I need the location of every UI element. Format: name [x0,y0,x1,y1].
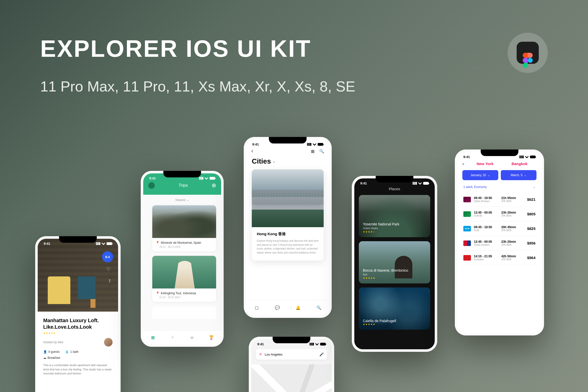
tab-bar: ▦ ✈ ◉ 🏆 [143,330,221,344]
airline-logo [463,197,471,202]
trip-location: Kelingking Tour, Indonesia [161,291,196,295]
search-tab-icon[interactable]: 🔍 [317,306,321,310]
flight-row[interactable]: 12:45 - 00:05China Eastern23h 20minJFK-B… [462,236,537,251]
hero-title: EXPLORER IOS UI KIT [40,35,311,62]
city-blurb: Explore Hong Kong holidays and discover … [257,239,319,255]
search-icon[interactable]: 🔍 [319,149,324,154]
page-heading[interactable]: Cities⌄ [246,156,329,169]
from-city[interactable]: New York [477,162,494,166]
phone-cities: 9:41 ‹ ▦ 🔍 Cities⌄ Hong Kong 香港 Explore … [244,137,332,318]
rating-badge[interactable]: 8.4 [102,251,113,262]
phone-flights: 9:41 ‹ New York Bangkok January, 20⌄ Mar… [455,150,544,335]
return-date-picker[interactable]: March, 5⌄ [501,170,537,180]
airline-logo [463,211,471,217]
host-label: Hosted by Alex [43,340,63,344]
place-stars: ★★★★★ [363,323,426,326]
figma-icon [517,42,539,64]
place-tile[interactable]: Calella de Palafrugell ★★★★★ [359,287,430,330]
trip-card[interactable]: 📍Monestir de Montserrat, Spain 23.11 - 3… [152,205,216,251]
search-input[interactable] [265,353,316,356]
favorite-icon[interactable]: ♡ [107,266,111,272]
back-icon[interactable]: ‹ [251,148,253,154]
airline-logo [463,255,471,261]
flight-price: $805 [522,212,535,216]
breakfast-fact: ☁Breakfast [43,356,113,360]
home-tab-icon[interactable]: ▢ [254,306,259,310]
rating-stars: ★★★★★ [43,332,113,334]
chevron-down-icon: ⌄ [524,173,526,177]
plane-tab-icon[interactable]: ✈ [170,335,175,340]
flight-price: $621 [522,197,535,202]
flight-row[interactable]: 09:45 - 18:50Qatar Airways21h 05minJFK-B… [462,192,537,207]
menu-icon[interactable]: ≡ [259,352,262,357]
map-view[interactable] [251,364,332,392]
trip-card-peek[interactable] [152,306,216,319]
search-bar[interactable]: ≡ 🎤 [256,349,327,360]
map-icon[interactable]: ▦ [311,149,315,154]
phone-trips: 9:41 Trips ⊕ Newest ⌄ 2018 📍Monestir de … [141,171,224,347]
chevron-down-icon: ⌄ [533,185,535,189]
phone-places-dark: 9:41 Places Yosemite National Park Unite… [352,176,437,352]
person-icon: 👤 [43,350,47,354]
trip-card[interactable]: 📍Kelingking Tour, Indonesia 11.07 - 25.0… [152,256,216,302]
figma-badge [508,33,548,73]
chevron-down-icon: ⌄ [487,173,490,177]
place-tile[interactable]: Yosemite National Park United States ★★★… [359,195,430,237]
pin-tab-icon[interactable]: ◉ [190,335,194,340]
sort-dropdown[interactable]: Newest ⌄ [143,195,221,205]
place-name: Calella de Palafrugell [363,319,426,323]
city-name: Hong Kong 香港 [257,232,319,236]
flight-row[interactable]: KLM09:45 - 18:50KLM20h 45minJFK-BKK$825 [462,221,537,236]
cloud-icon: ☁ [43,356,46,360]
place-name: Bocca di Navene, Brentonico [363,268,426,272]
droplet-icon: 💧 [65,350,69,354]
profile-avatar[interactable] [148,182,155,189]
place-country: United States [363,227,426,230]
hero-subtitle: 11 Pro Max, 11 Pro, 11, Xs Max, Xr, X, X… [40,78,355,95]
listing-title: Manhattan Luxury Loft. Like.Love.Lots.Lo… [43,317,113,330]
place-tile[interactable]: Bocca di Navene, Brentonico Italy ★★★★★ [359,241,430,283]
airline-logo: KLM [463,226,471,231]
flight-row[interactable]: 12:45 - 00:05EVA Air23h 20minJFK-BKK$805 [462,207,537,221]
passengers-picker[interactable]: 1 adult, Economy⌄ [457,184,542,192]
trip-location: Monestir de Montserrat, Spain [161,241,201,244]
page-title: Places [354,185,435,195]
map-tab-icon[interactable]: ▦ [151,335,155,340]
share-icon[interactable]: ⤴ [109,279,111,283]
flight-price: $956 [522,241,535,245]
flight-row[interactable]: 14:15 - 21:05Emirates42h 50minJFK-BKK$96… [462,251,537,265]
mic-icon[interactable]: 🎤 [319,352,324,356]
trip-dates: 11.07 - 25.07.2017 [159,296,213,299]
place-stars: ★★★★☆ [363,230,426,233]
phone-map-search: 9:41 ≡ 🎤 [249,337,334,392]
airline-logo [463,240,471,246]
flight-price: $825 [522,226,535,231]
chat-tab-icon[interactable]: 💬 [275,306,280,310]
pin-icon: 📍 [156,241,160,244]
add-trip-icon[interactable]: ⊕ [212,182,216,189]
listing-description: This is a comfortable studio apartment w… [43,363,113,376]
trophy-tab-icon[interactable]: 🏆 [209,335,214,340]
depart-date-picker[interactable]: January, 20⌄ [462,170,498,180]
pin-icon: 📍 [156,291,160,295]
chevron-down-icon: ⌄ [272,159,275,163]
place-stars: ★★★★★ [363,277,426,279]
phone-listing-detail: 9:41 8.4 ♡ ⤴ Manhattan Luxury Loft. Like… [35,236,121,392]
place-country: Italy [363,273,426,276]
flight-list: 09:45 - 18:50Qatar Airways21h 05minJFK-B… [457,192,542,265]
page-title: Trips [178,183,188,188]
to-city[interactable]: Bangkok [512,162,527,166]
host-avatar[interactable] [104,338,113,347]
tab-bar: ▢ 💬 🔔 🔍 [246,300,329,315]
city-image [252,169,324,227]
back-icon[interactable]: ‹ [462,161,464,167]
listing-hero-image: 9:41 8.4 ♡ ⤴ [38,239,118,312]
guests-fact: 👤4 guests [43,350,60,354]
flight-price: $964 [522,256,535,260]
bath-fact: 💧1 bath [65,350,78,354]
bell-tab-icon[interactable]: 🔔 [296,306,300,310]
trip-image [152,205,216,238]
chevron-down-icon: ⌄ [186,198,189,202]
trip-dates: 23.11 - 30.11.2018 [159,246,213,248]
city-card[interactable]: Hong Kong 香港 Explore Hong Kong holidays … [252,169,324,261]
